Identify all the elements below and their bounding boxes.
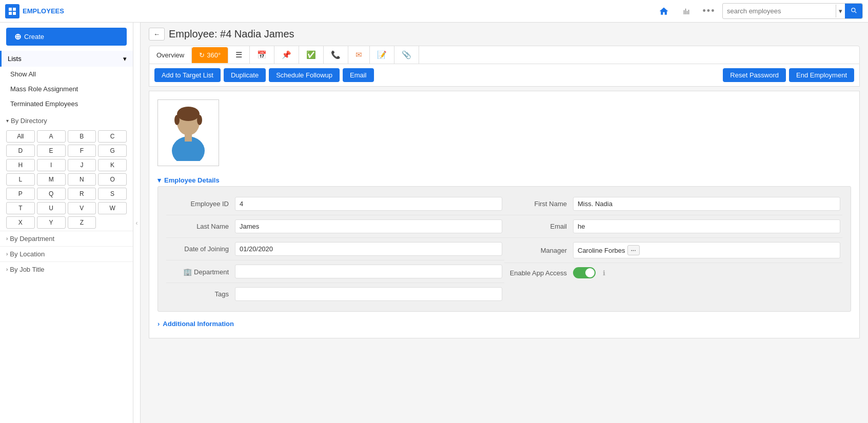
alpha-all[interactable]: All (6, 130, 35, 143)
add-to-target-list-button[interactable]: Add to Target List (154, 68, 221, 82)
more-nav-button[interactable]: ••• (700, 2, 718, 21)
tab-tasks[interactable]: ✅ (299, 46, 324, 64)
enable-app-access-info-icon[interactable]: ℹ (603, 269, 605, 277)
manager-dots-button[interactable]: ··· (627, 245, 640, 255)
alpha-m[interactable]: M (37, 173, 66, 186)
details-panel: Employee ID Last Name Date of Joining (157, 186, 851, 312)
alpha-k[interactable]: K (98, 159, 127, 171)
schedule-followup-label: Schedule Followup (276, 71, 332, 79)
email-label: Email (506, 223, 573, 230)
by-department-header[interactable]: › By Department (0, 231, 133, 246)
tab-attachment[interactable]: 📎 (394, 46, 419, 64)
lists-section[interactable]: Lists ▾ (0, 51, 133, 67)
alpha-i[interactable]: I (37, 159, 66, 171)
main-layout: ⊕ Create Lists ▾ Show All Mass Role Assi… (0, 23, 868, 423)
enable-app-access-toggle[interactable] (573, 267, 596, 278)
tab-email[interactable]: ✉ (348, 46, 370, 64)
alpha-h[interactable]: H (6, 159, 35, 171)
back-button[interactable]: ← (149, 28, 165, 41)
by-job-title-collapse-icon: › (6, 267, 8, 272)
manager-field: Caroline Forbes ··· (573, 242, 840, 258)
employee-details-header[interactable]: ▾ Employee Details (157, 172, 851, 186)
alpha-v[interactable]: V (68, 202, 96, 214)
additional-information-header[interactable]: › Additional Information (157, 316, 851, 330)
alpha-y[interactable]: Y (37, 216, 66, 229)
sidebar-collapse-handle[interactable]: ‹ (133, 23, 141, 423)
alpha-g[interactable]: G (98, 145, 127, 157)
alpha-w[interactable]: W (98, 202, 127, 214)
date-of-joining-input[interactable] (235, 242, 502, 256)
by-directory-header[interactable]: ▾ By Directory (0, 113, 133, 128)
additional-information-label: Additional Information (163, 320, 234, 328)
alpha-o[interactable]: O (98, 173, 127, 186)
tab-calls[interactable]: 📞 (324, 46, 348, 64)
by-location-header[interactable]: › By Location (0, 246, 133, 261)
home-nav-button[interactable] (655, 2, 673, 21)
create-plus-icon: ⊕ (14, 32, 21, 42)
last-name-input[interactable] (235, 219, 502, 233)
top-navigation: EMPLOYEES ••• ▾ (0, 0, 868, 23)
first-name-input[interactable] (573, 197, 840, 211)
search-go-button[interactable] (845, 4, 862, 18)
tags-input[interactable] (235, 287, 502, 301)
app-logo: EMPLOYEES (5, 4, 64, 18)
alpha-j[interactable]: J (68, 159, 96, 171)
enable-app-access-label: Enable App Access (506, 269, 573, 277)
manager-row: Manager Caroline Forbes ··· (504, 238, 842, 263)
department-input[interactable] (235, 265, 502, 278)
sidebar-item-mass-role[interactable]: Mass Role Assignment (0, 82, 133, 96)
alpha-s[interactable]: S (98, 188, 127, 200)
alpha-e[interactable]: E (37, 145, 66, 157)
by-job-title-header[interactable]: › By Job Title (0, 261, 133, 277)
duplicate-button[interactable]: Duplicate (224, 68, 266, 82)
sidebar-item-terminated[interactable]: Terminated Employees (0, 96, 133, 111)
by-location-collapse-icon: › (6, 251, 8, 257)
alpha-p[interactable]: P (6, 188, 35, 200)
email-button[interactable]: Email (343, 68, 374, 82)
reset-password-button[interactable]: Reset Password (723, 68, 786, 82)
tab-email-icon: ✉ (356, 50, 362, 59)
avatar-image (165, 105, 211, 161)
tab-notes[interactable]: 📝 (370, 46, 394, 64)
toggle-knob (585, 268, 595, 277)
search-dropdown-button[interactable]: ▾ (836, 5, 845, 17)
app-title: EMPLOYEES (23, 7, 64, 15)
alpha-q[interactable]: Q (37, 188, 66, 200)
alpha-u[interactable]: U (37, 202, 66, 214)
tab-360[interactable]: ↻ 360° (192, 47, 228, 63)
chart-nav-button[interactable] (677, 2, 696, 21)
employee-id-input[interactable] (235, 197, 502, 211)
alpha-z[interactable]: Z (68, 216, 96, 229)
alpha-b[interactable]: B (68, 130, 96, 143)
email-input[interactable] (573, 219, 840, 233)
alpha-n[interactable]: N (68, 173, 96, 186)
alpha-t[interactable]: T (6, 202, 35, 214)
tab-schedule[interactable]: ☰ (228, 46, 250, 64)
create-button[interactable]: ⊕ Create (6, 28, 127, 46)
tab-attachment-icon: 📎 (402, 50, 411, 59)
alpha-c[interactable]: C (98, 130, 127, 143)
lists-section-label: Lists (8, 55, 22, 63)
tab-360-icon: ↻ (199, 51, 205, 59)
svg-rect-2 (9, 12, 12, 15)
alpha-l[interactable]: L (6, 173, 35, 186)
manager-value: Caroline Forbes (578, 247, 625, 254)
manager-label: Manager (506, 247, 573, 254)
alpha-f[interactable]: F (68, 145, 96, 157)
alpha-r[interactable]: R (68, 188, 96, 200)
tab-calendar[interactable]: 📅 (250, 46, 274, 64)
alpha-a[interactable]: A (37, 130, 66, 143)
tab-pin[interactable]: 📌 (274, 46, 299, 64)
alpha-d[interactable]: D (6, 145, 35, 157)
schedule-followup-button[interactable]: Schedule Followup (269, 68, 340, 82)
tab-calendar-icon: 📅 (257, 50, 267, 59)
alpha-x[interactable]: X (6, 216, 35, 229)
search-input[interactable] (723, 5, 836, 17)
end-employment-button[interactable]: End Employment (789, 68, 854, 82)
svg-point-7 (197, 115, 202, 125)
svg-point-6 (174, 115, 180, 125)
page-header: ← Employee: #4 Nadia James (149, 28, 860, 41)
sidebar-item-show-all[interactable]: Show All (0, 67, 133, 82)
tab-overview[interactable]: Overview (149, 47, 192, 63)
app-logo-icon (5, 4, 19, 18)
